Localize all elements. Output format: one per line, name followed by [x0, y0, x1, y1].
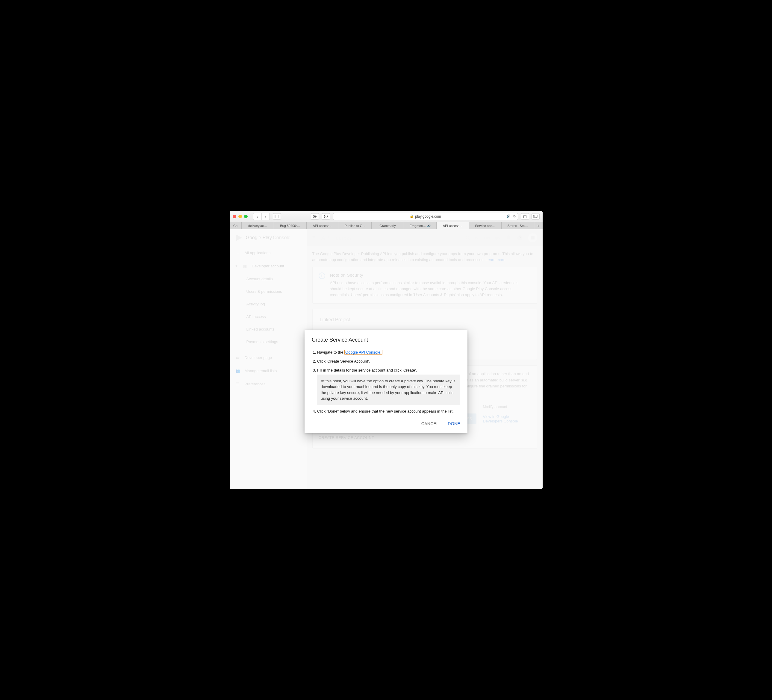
zoom-window[interactable]: [244, 215, 248, 218]
audio-icon: 🔊: [427, 224, 431, 227]
url-text: play.google.com: [415, 214, 441, 219]
browser-window: ‹ › i 🔒 play.google.com 🔊 ⟳ Co: [230, 211, 543, 489]
tab-bar: Co delivery.ac… Bug 59400:… API access… …: [230, 222, 543, 229]
svg-rect-0: [275, 215, 279, 218]
share-button[interactable]: [521, 213, 529, 220]
tab-2[interactable]: Bug 59400:…: [274, 222, 307, 229]
tab-6[interactable]: Fragmen…🔊: [404, 222, 437, 229]
titlebar: ‹ › i 🔒 play.google.com 🔊 ⟳: [230, 211, 543, 222]
tab-audio-icon[interactable]: 🔊: [506, 214, 510, 218]
tab-7[interactable]: API access…: [437, 222, 469, 229]
modal-scrim[interactable]: Create Service Account Navigate to the G…: [230, 229, 543, 489]
tab-4[interactable]: Publish to G…: [339, 222, 371, 229]
minimize-window[interactable]: [238, 215, 242, 218]
tab-5[interactable]: Grammarly: [371, 222, 404, 229]
private-key-note: At this point, you will have the option …: [317, 375, 460, 405]
new-tab-button[interactable]: +: [534, 222, 543, 229]
reload-icon[interactable]: ⟳: [513, 214, 516, 219]
grammarly-icon[interactable]: [311, 213, 319, 220]
app-content: Google Play Console ← All applications ▼…: [230, 229, 543, 489]
tab-3[interactable]: API access…: [307, 222, 339, 229]
extension-icon[interactable]: i: [322, 213, 330, 220]
show-sidebar-button[interactable]: [273, 213, 281, 220]
address-bar[interactable]: 🔒 play.google.com 🔊 ⟳: [333, 213, 518, 220]
nav-buttons: ‹ ›: [253, 213, 270, 220]
cancel-button[interactable]: CANCEL: [421, 421, 439, 426]
forward-button[interactable]: ›: [262, 213, 270, 220]
step-2: Click 'Create Service Account'.: [317, 359, 460, 364]
step-1: Navigate to the Google API Console.: [317, 350, 460, 355]
back-button[interactable]: ‹: [254, 213, 262, 220]
svg-text:i: i: [325, 215, 326, 218]
tab-0[interactable]: Co: [230, 222, 242, 229]
done-button[interactable]: DONE: [448, 421, 460, 426]
tab-9[interactable]: Stores · Sm…: [502, 222, 534, 229]
tab-1[interactable]: delivery.ac…: [242, 222, 274, 229]
close-window[interactable]: [233, 215, 236, 218]
lock-icon: 🔒: [410, 214, 414, 218]
dialog-title: Create Service Account: [312, 337, 460, 343]
tab-8[interactable]: Service acc…: [469, 222, 502, 229]
google-api-console-link[interactable]: Google API Console.: [344, 350, 383, 355]
window-controls: [233, 215, 248, 218]
svg-rect-8: [534, 215, 537, 218]
tabs-button[interactable]: [532, 213, 540, 220]
create-service-account-dialog: Create Service Account Navigate to the G…: [304, 330, 468, 433]
step-4: Click "Done" below and ensure that the n…: [317, 409, 460, 414]
step-3: Fill in the details for the service acco…: [317, 368, 460, 405]
